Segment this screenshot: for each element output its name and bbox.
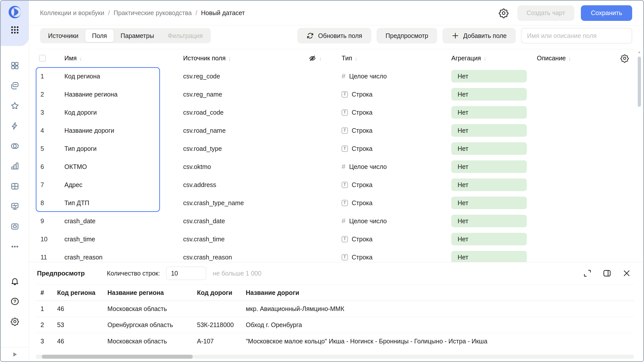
refresh-fields-button[interactable]: Обновить поля: [297, 28, 371, 43]
settings-icon[interactable]: [10, 317, 19, 326]
select-all-checkbox[interactable]: [39, 55, 46, 62]
row-count-label: Количество строк:: [107, 270, 160, 277]
dashboards-icon[interactable]: [10, 202, 19, 211]
tab-Параметры[interactable]: Параметры: [114, 29, 161, 42]
field-type[interactable]: T Строка: [335, 181, 446, 189]
fields-vertical-scrollbar[interactable]: ▲: [637, 50, 641, 262]
split-view-icon[interactable]: [602, 269, 612, 278]
breadcrumb-segment[interactable]: Практические руководства: [113, 9, 192, 17]
aggregation-select[interactable]: Нет: [451, 197, 527, 209]
aggregation-select[interactable]: Нет: [451, 124, 527, 137]
column-header-aggregation[interactable]: Агрегация ↓: [446, 55, 532, 62]
preview-table: #Код регионаНазвание регионаКод дорогиНа…: [36, 284, 634, 349]
breadcrumb-segment: Новый датасет: [201, 9, 245, 17]
field-name[interactable]: Тип ДТП: [53, 199, 160, 207]
field-type[interactable]: T Строка: [335, 127, 446, 134]
field-name[interactable]: crash_reason: [53, 254, 160, 261]
aggregation-select[interactable]: Нет: [451, 233, 527, 245]
field-row[interactable]: 11 crash_reason csv.crash_reason T Строк…: [36, 248, 634, 262]
column-header-source[interactable]: Источник поля ↓: [160, 55, 301, 62]
scroll-up-arrow-icon[interactable]: ▲: [637, 50, 641, 54]
field-name[interactable]: Код региона: [53, 73, 160, 80]
field-name[interactable]: crash_date: [53, 217, 160, 225]
favorites-icon[interactable]: [10, 101, 19, 110]
field-type[interactable]: T Строка: [335, 236, 446, 243]
field-type[interactable]: T Строка: [335, 254, 446, 261]
table-settings-icon[interactable]: [620, 54, 629, 63]
connections-icon[interactable]: [10, 121, 19, 130]
field-row[interactable]: 9 crash_date csv.crash_date # Целое числ…: [36, 212, 634, 230]
dataset-settings-icon[interactable]: [498, 8, 509, 18]
field-name[interactable]: Название дороги: [53, 127, 160, 134]
field-row[interactable]: 6 ОКТМО csv.oktmo # Целое число Нет: [36, 158, 634, 176]
aggregation-select[interactable]: Нет: [451, 142, 527, 155]
datasets-icon[interactable]: [10, 142, 19, 151]
charts-icon[interactable]: [10, 162, 19, 171]
datalens-logo[interactable]: [8, 5, 22, 19]
field-row-index: 11: [36, 254, 53, 261]
column-header-type[interactable]: Тип ↓: [335, 55, 446, 62]
field-name[interactable]: Название региона: [53, 91, 160, 98]
field-name[interactable]: ОКТМО: [53, 163, 160, 170]
field-type[interactable]: T Строка: [335, 145, 446, 152]
field-row[interactable]: 7 Адрес csv.address T Строка Нет: [36, 176, 634, 194]
workbooks-icon[interactable]: [10, 81, 19, 90]
aggregation-select[interactable]: Нет: [451, 215, 527, 227]
field-type[interactable]: # Целое число: [335, 217, 446, 225]
column-header-name[interactable]: Имя ↓: [53, 55, 160, 62]
field-row[interactable]: 10 crash_time csv.crash_time T Строка Не…: [36, 230, 634, 248]
field-row[interactable]: 3 Код дороги csv.road_code T Строка Нет: [36, 103, 634, 121]
field-search-input[interactable]: [521, 28, 632, 43]
topbar: Коллекции и воркбуки/Практические руково…: [29, 1, 643, 25]
collections-icon[interactable]: [10, 61, 19, 70]
field-row[interactable]: 5 Тип дороги csv.road_type T Строка Нет: [36, 140, 634, 158]
field-row[interactable]: 2 Название региона csv.reg_name T Строка…: [36, 85, 634, 103]
maximize-icon[interactable]: [583, 269, 592, 278]
field-row[interactable]: 8 Тип ДТП csv.crash_type_name T Строка Н…: [36, 194, 634, 212]
expand-icon[interactable]: [11, 351, 18, 358]
field-type[interactable]: # Целое число: [335, 72, 446, 80]
breadcrumb-segment[interactable]: Коллекции и воркбуки: [40, 9, 104, 17]
aggregation-select[interactable]: Нет: [451, 88, 527, 101]
tables-icon[interactable]: [10, 182, 19, 191]
notifications-icon[interactable]: [10, 277, 19, 286]
field-type[interactable]: T Строка: [335, 91, 446, 98]
row-count-input[interactable]: [166, 266, 206, 280]
add-field-button[interactable]: Добавить поле: [442, 28, 516, 43]
tab-Источники[interactable]: Источники: [41, 29, 85, 42]
create-chart-button[interactable]: Создать чарт: [517, 5, 574, 21]
scrollbar-thumb[interactable]: [638, 57, 641, 107]
string-type-icon: T: [342, 254, 348, 260]
field-row[interactable]: 1 Код региона csv.reg_code # Целое число…: [36, 67, 634, 85]
column-header-hidden[interactable]: ↓: [301, 54, 335, 62]
aggregation-select[interactable]: Нет: [451, 160, 527, 173]
help-icon[interactable]: ?: [10, 297, 19, 306]
sort-arrow-icon: ↓: [319, 55, 322, 62]
field-name[interactable]: Адрес: [53, 181, 160, 189]
close-icon[interactable]: [622, 269, 631, 278]
aggregation-select[interactable]: Нет: [451, 106, 527, 119]
field-type[interactable]: T Строка: [335, 109, 446, 116]
sidebar-bottom: ?: [1, 277, 29, 326]
aggregation-select[interactable]: Нет: [451, 251, 527, 262]
scrollbar-thumb[interactable]: [42, 355, 193, 359]
field-name[interactable]: Тип дороги: [53, 145, 160, 152]
more-icon[interactable]: [10, 242, 19, 251]
tab-Поля[interactable]: Поля: [85, 29, 114, 42]
preview-panel: Предпросмотр Количество строк: не больше…: [29, 262, 643, 361]
field-row[interactable]: 4 Название дороги csv.road_name T Строка…: [36, 121, 634, 140]
storage-icon[interactable]: [10, 222, 19, 231]
field-name[interactable]: crash_time: [53, 236, 160, 243]
field-name[interactable]: Код дороги: [53, 109, 160, 116]
preview-cell: 46: [54, 305, 104, 312]
save-button[interactable]: Сохранить: [581, 5, 632, 21]
aggregation-select[interactable]: Нет: [451, 178, 527, 191]
preview-horizontal-scrollbar[interactable]: [36, 355, 634, 359]
preview-button[interactable]: Предпросмотр: [377, 28, 437, 43]
column-header-description[interactable]: Описание ↓: [532, 55, 615, 62]
aggregation-select[interactable]: Нет: [451, 70, 527, 82]
field-type[interactable]: T Строка: [335, 199, 446, 207]
field-type[interactable]: # Целое число: [335, 163, 446, 171]
apps-grid-icon[interactable]: [10, 25, 19, 34]
sidebar: ?: [1, 1, 29, 361]
